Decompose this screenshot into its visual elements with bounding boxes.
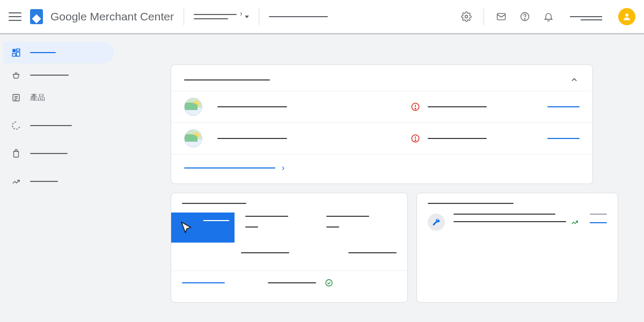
sidebar-item-products[interactable]: 產品: [3, 87, 114, 108]
metric-label: [245, 216, 288, 217]
row-status: [428, 106, 487, 107]
insights-card: [416, 193, 618, 303]
insight-meta: [590, 214, 607, 215]
divider: [484, 8, 484, 25]
divider: [184, 8, 184, 25]
growth-icon: [11, 176, 21, 187]
bell-icon[interactable]: [542, 10, 555, 23]
account-selector[interactable]: ›: [194, 12, 249, 21]
svg-point-14: [326, 280, 332, 286]
card-title: [428, 203, 514, 204]
app-header: Google Merchant Center ›: [0, 0, 644, 34]
sidebar-item-label: [30, 75, 69, 76]
card-title: [182, 203, 246, 204]
collapse-icon[interactable]: [569, 75, 580, 85]
cursor-icon: [179, 220, 195, 236]
dashboard-icon: [11, 47, 21, 58]
insight-action-link[interactable]: [590, 222, 607, 223]
list-icon: [11, 92, 21, 103]
metrics-card: [171, 193, 408, 303]
sidebar-item-label: [30, 125, 72, 126]
loading-icon: [11, 120, 21, 131]
overview-row[interactable]: [171, 122, 592, 154]
svg-point-0: [465, 16, 468, 18]
overview-row[interactable]: [171, 91, 592, 122]
product-thumbnail-icon: [184, 129, 202, 148]
svg-point-4: [625, 13, 628, 17]
sidebar: 產品: [0, 34, 117, 322]
insight-text: [453, 221, 566, 222]
sidebar-item-growth[interactable]: [3, 171, 114, 192]
sidebar-item-label: [30, 181, 58, 182]
sidebar-item-marketing[interactable]: [3, 143, 114, 164]
error-icon: [411, 102, 420, 112]
metric-label: [241, 252, 289, 253]
chevron-right-icon: ›: [240, 9, 243, 18]
svg-rect-1: [497, 13, 506, 20]
check-circle-icon: [325, 279, 333, 287]
help-icon[interactable]: [518, 10, 531, 23]
svg-rect-6: [17, 49, 20, 51]
metric-value: [245, 226, 258, 228]
chevron-right-icon: ›: [282, 163, 284, 173]
card-title: [184, 79, 270, 80]
row-action-link[interactable]: [547, 138, 580, 139]
svg-rect-7: [17, 52, 20, 56]
card-footer-link[interactable]: [184, 167, 275, 169]
error-icon: [411, 134, 420, 143]
avatar[interactable]: [618, 8, 635, 25]
trend-up-icon: [570, 218, 579, 226]
svg-point-13: [415, 140, 416, 141]
metric-label: [326, 216, 369, 217]
row-name: [217, 138, 287, 139]
svg-point-11: [415, 108, 416, 109]
overview-card: ›: [171, 64, 593, 184]
row-status: [428, 138, 487, 139]
merchant-center-logo-icon: [30, 9, 43, 24]
insight-text: [453, 214, 555, 215]
card-footer-status: [268, 282, 316, 283]
divider: [259, 8, 259, 25]
settings-icon[interactable]: [460, 10, 473, 23]
metric-value: [326, 226, 339, 228]
sidebar-item-label: 產品: [30, 93, 45, 103]
menu-icon[interactable]: [9, 10, 21, 23]
metric-label: [348, 252, 397, 253]
wrench-icon: [428, 214, 445, 231]
product-thumbnail-icon: [184, 98, 202, 116]
sidebar-item-label: [30, 153, 68, 154]
sidebar-item-shopping[interactable]: [3, 64, 114, 86]
basket-icon: [11, 70, 21, 80]
sidebar-item-label: [30, 52, 56, 53]
svg-rect-5: [12, 49, 16, 52]
bag-icon: [11, 148, 21, 159]
highlighted-metric-tile[interactable]: [171, 213, 235, 243]
sidebar-item-performance[interactable]: [3, 115, 114, 136]
breadcrumb-label: [269, 16, 328, 17]
svg-rect-8: [12, 54, 16, 56]
mail-icon[interactable]: [495, 10, 508, 23]
account-name[interactable]: [570, 16, 602, 17]
caret-down-icon: [245, 16, 249, 18]
row-name: [217, 106, 287, 107]
sidebar-item-overview[interactable]: [3, 42, 114, 63]
svg-point-3: [524, 19, 525, 19]
main-content: ›: [117, 34, 644, 322]
app-title: Google Merchant Center: [50, 10, 174, 23]
card-footer-link[interactable]: [182, 282, 225, 283]
row-action-link[interactable]: [547, 106, 580, 107]
tile-label: [203, 220, 229, 221]
